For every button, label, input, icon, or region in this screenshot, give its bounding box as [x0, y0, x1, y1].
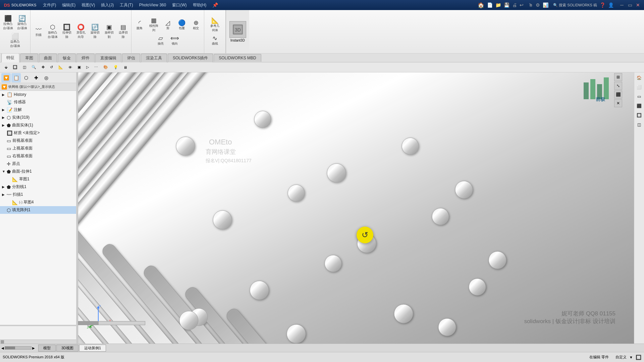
minimize-button[interactable]: ─: [619, 2, 625, 8]
view-sketch-button[interactable]: 📐: [56, 64, 65, 70]
view-pan-button[interactable]: ✥: [40, 64, 47, 70]
view-section-right-button[interactable]: ◫: [635, 121, 643, 129]
tree-item-annotations[interactable]: ▶ 📝 注解: [0, 106, 76, 114]
tab-weldment[interactable]: 焊件: [76, 54, 95, 62]
revolve-boss-button[interactable]: 🔄 旋转凸台/基体: [15, 14, 29, 32]
panel-display-button[interactable]: ◎: [42, 73, 51, 82]
tab-model[interactable]: 模型: [38, 345, 56, 352]
view-orient-btn[interactable]: ⊞: [614, 73, 622, 81]
tree-item-sketch4[interactable]: 📐 (-) 草图4: [0, 198, 76, 206]
fillet-button[interactable]: ◜ 圆角: [133, 19, 146, 32]
tree-item-right-plane[interactable]: ▭ 右视基准面: [0, 152, 76, 160]
tree-item-sweep1[interactable]: ▶ 〰 扫描1: [0, 191, 76, 198]
hole-wizard-button[interactable]: ⭕ 异型孔向导: [74, 23, 88, 40]
tab-sketch[interactable]: 草图: [20, 54, 38, 62]
panel-prop-button[interactable]: ⬡: [21, 73, 31, 82]
revolve-cut-button[interactable]: 🔃 旋转切除: [88, 23, 102, 40]
scroll-track[interactable]: [5, 346, 32, 350]
wrap-button[interactable]: 🔵 包覆: [175, 19, 189, 32]
view-front-button[interactable]: ⬜: [635, 83, 643, 91]
restore-button[interactable]: ▭: [627, 2, 633, 8]
menu-insert[interactable]: 插入(J): [98, 1, 116, 9]
extrude-cut-button[interactable]: 🔲 拉伸切除: [60, 23, 73, 40]
viewport-hscroll[interactable]: [78, 321, 145, 325]
view-section-button[interactable]: ◫: [21, 64, 28, 70]
chamfer-button[interactable]: ◿ 剪: [161, 19, 174, 32]
curves-button[interactable]: ∿ 曲线: [208, 34, 222, 47]
tab-direct-edit[interactable]: 直接编辑: [95, 54, 121, 62]
tree-item-solids[interactable]: ▶ ⬡ 实体(319): [0, 114, 76, 121]
tab-3dview[interactable]: 3D视图: [56, 345, 78, 352]
scroll-right-btn[interactable]: ▶: [32, 346, 35, 350]
menu-tools[interactable]: 工具(T): [117, 1, 136, 9]
tree-item-surface-extrude[interactable]: ▼ ⬟ 曲面-拉伸1: [0, 168, 76, 175]
instant3d-button[interactable]: 3D Instant3D: [226, 10, 249, 53]
menu-file[interactable]: 文件(F): [40, 1, 59, 9]
view-select-button[interactable]: ▷: [84, 64, 91, 70]
shell-button[interactable]: ▱ 抽壳: [154, 34, 167, 47]
tree-item-sensors[interactable]: 📡 传感器: [0, 98, 76, 106]
tab-render[interactable]: 渲染工具: [141, 54, 167, 62]
hscroll-bar[interactable]: ◀ ▶: [1, 346, 35, 350]
tab-sheetmetal[interactable]: 钣金: [58, 54, 76, 62]
tree-item-history[interactable]: ▶ 📋 History: [0, 91, 76, 98]
viewport-canvas[interactable]: OMEto 育网络课堂 报名V|:QQ841801177 妮可老师 QQ8 01…: [78, 72, 634, 344]
view-more-button[interactable]: ⋯: [92, 64, 100, 70]
view-top-button[interactable]: ⬛: [635, 102, 643, 110]
view-full-btn[interactable]: ⤡: [614, 82, 622, 90]
close-button[interactable]: ✕: [635, 2, 641, 8]
loft-cut-button[interactable]: ▣ 放样切割: [102, 23, 116, 40]
tree-item-sketch1[interactable]: 📐 草图1: [0, 175, 76, 183]
hscroll-thumb[interactable]: [78, 321, 99, 325]
hscroll-thumb[interactable]: [1, 340, 4, 344]
intersect-button[interactable]: ⊕ 相交: [189, 19, 203, 32]
boundary-boss-button[interactable]: ⬜ 边界凸台/基体: [8, 32, 22, 49]
ref-geometry-button[interactable]: 📐 参考几何体: [206, 16, 224, 34]
view-3d-button[interactable]: 🔲: [11, 64, 19, 70]
view-close-btn[interactable]: ✕: [614, 99, 622, 107]
boundary-cut-button[interactable]: ▤ 边界切除: [116, 23, 130, 40]
menu-edit[interactable]: 编辑(E): [59, 1, 78, 9]
panel-tree-button[interactable]: 📋: [11, 73, 21, 82]
tree-item-split-line[interactable]: ▶ ⬟ 分割线1: [0, 183, 76, 191]
scroll-thumb[interactable]: [5, 347, 15, 349]
tab-features[interactable]: 特征: [1, 53, 19, 62]
viewport[interactable]: OMEto 育网络课堂 报名V|:QQ841801177 妮可老师 QQ8 01…: [78, 72, 634, 344]
tab-evaluate[interactable]: 评估: [122, 54, 140, 62]
tree-item-surface-bodies[interactable]: ▶ ⬟ 曲面实体(1): [0, 121, 76, 129]
tree-item-fill-pattern[interactable]: ⬡ 填充阵列1: [0, 206, 76, 214]
tree-item-origin[interactable]: ✛ 原点: [0, 160, 76, 168]
view-3d-right-button[interactable]: 🔲: [635, 111, 643, 119]
view-rotate-button[interactable]: ↺: [48, 64, 55, 70]
tree-item-material[interactable]: 🔲 材质 <未指定>: [0, 129, 76, 137]
tree-item-top-plane[interactable]: ▭ 上视基准面: [0, 144, 76, 152]
view-appear-button[interactable]: ▣: [75, 64, 83, 70]
tab-motion[interactable]: 运动算例1: [79, 345, 106, 352]
menu-pin[interactable]: 📌: [210, 1, 221, 9]
view-lights-button[interactable]: 💡: [111, 64, 120, 70]
loft-boss-button[interactable]: ⬡ 放样凸台/基体: [46, 23, 59, 40]
tab-addins[interactable]: SOLIDWORKS插件: [168, 54, 213, 62]
sweep-button[interactable]: 〰 扫描: [32, 25, 45, 38]
view-maximize-btn[interactable]: ⬛: [614, 90, 622, 99]
home-view-button[interactable]: 🏠: [635, 74, 643, 82]
view-right-side-button[interactable]: ▭: [635, 93, 643, 101]
menu-photoview[interactable]: PhotoView 360: [137, 1, 169, 9]
panel-hscroll[interactable]: [0, 340, 76, 344]
panel-filter-button[interactable]: 🔽: [1, 73, 11, 82]
menu-window[interactable]: 窗口(W): [169, 1, 189, 9]
tree-item-front-plane[interactable]: ▭ 前视基准面: [0, 137, 76, 144]
linear-pattern-button[interactable]: ▦ 线性阵列: [147, 16, 160, 34]
panel-config-button[interactable]: ✚: [32, 73, 41, 82]
menu-help[interactable]: 帮助(H): [190, 1, 209, 9]
view-hide-button[interactable]: 👁: [66, 65, 74, 70]
tab-mbd[interactable]: SOLIDWORKS MBD: [214, 54, 261, 62]
mirror-button[interactable]: ⟺ 镜向: [168, 34, 181, 47]
scroll-left-btn[interactable]: ◀: [1, 346, 4, 350]
view-orient-button[interactable]: ⬙: [3, 64, 9, 70]
view-screen-button[interactable]: 🖥: [121, 65, 129, 70]
extrude-boss-button[interactable]: ⬛ 拉伸凸台/基体: [1, 14, 15, 32]
view-display-button[interactable]: 🎨: [101, 64, 110, 70]
view-zoom-button[interactable]: 🔍: [30, 64, 38, 70]
tab-surface[interactable]: 曲面: [39, 54, 57, 62]
